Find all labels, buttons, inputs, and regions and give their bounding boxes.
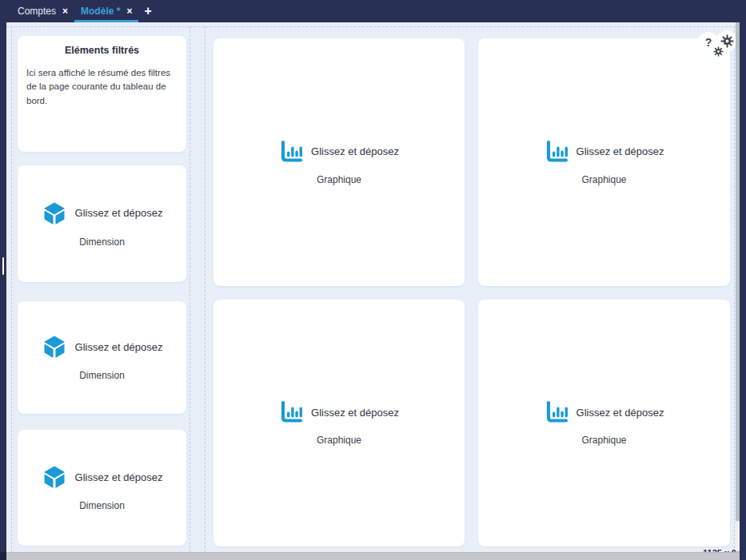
filtered-elements-title: Eléments filtrés [26, 45, 178, 56]
chart-dropzone[interactable]: Glissez et déposez Graphique [478, 38, 730, 286]
gear-icon [713, 46, 724, 57]
dropzone-type: Graphique [581, 174, 626, 185]
tab-comptes[interactable]: Comptes × [11, 0, 74, 22]
dropzone-type: Dimension [79, 236, 125, 248]
left-panel-rail [0, 22, 6, 560]
dimension-dropzone[interactable]: Glissez et déposez Dimension [18, 165, 186, 282]
cube-icon [42, 334, 67, 359]
bar-chart-icon [545, 400, 568, 424]
dropzone-type: Graphique [317, 435, 361, 446]
close-icon[interactable]: × [126, 6, 132, 17]
cube-icon [42, 464, 67, 490]
rail-corner [0, 552, 6, 560]
dropzone-type: Dimension [79, 500, 125, 511]
dropzone-label: Glissez et déposez [576, 145, 664, 157]
chart-dropzone[interactable]: Glissez et déposez Graphique [478, 300, 730, 546]
dimension-dropzone[interactable]: Glissez et déposez Dimension [18, 301, 186, 414]
panel-drag-handle[interactable] [2, 257, 4, 275]
dropzone-label: Glissez et déposez [75, 471, 163, 483]
active-tab-underline [74, 20, 138, 22]
dropzone-label: Glissez et déposez [311, 407, 399, 419]
tab-modele[interactable]: Modèle * × [74, 0, 138, 22]
filtered-elements-description: Ici sera affiché le résumé des filtres d… [26, 66, 178, 108]
dropzone-type: Graphique [581, 435, 626, 446]
tab-label: Comptes [18, 6, 56, 17]
layout-guide-sidebar-left [11, 26, 12, 552]
horizontal-scrollbar[interactable] [6, 552, 740, 560]
tab-label: Modèle * [81, 6, 120, 17]
dropzone-label: Glissez et déposez [576, 407, 664, 419]
add-tab-button[interactable]: + [138, 0, 157, 22]
chart-dropzone[interactable]: Glissez et déposez Graphique [213, 300, 465, 546]
layout-guide-top [6, 26, 736, 27]
close-icon[interactable]: × [62, 6, 68, 17]
dropzone-label: Glissez et déposez [311, 145, 399, 157]
dropzone-type: Graphique [317, 174, 361, 185]
settings-secondary-button[interactable] [709, 42, 728, 61]
dropzone-label: Glissez et déposez [75, 341, 163, 353]
tab-bar: Comptes × Modèle * × + [0, 0, 746, 22]
right-panel-rail [740, 22, 746, 560]
layout-guide-main-right [734, 26, 735, 552]
bar-chart-icon [279, 400, 303, 424]
layout-guide-sidebar-right [189, 26, 190, 552]
filtered-elements-panel: Eléments filtrés Ici sera affiché le rés… [18, 36, 186, 152]
dropzone-type: Dimension [79, 370, 125, 381]
dimension-dropzone[interactable]: Glissez et déposez Dimension [18, 430, 186, 546]
bar-chart-icon [545, 140, 568, 164]
chart-dropzone[interactable]: Glissez et déposez Graphique [213, 38, 465, 286]
cube-icon [42, 201, 67, 226]
dropzone-label: Glissez et déposez [75, 207, 163, 219]
layout-guide-main-left [205, 26, 205, 552]
bar-chart-icon [279, 140, 303, 164]
